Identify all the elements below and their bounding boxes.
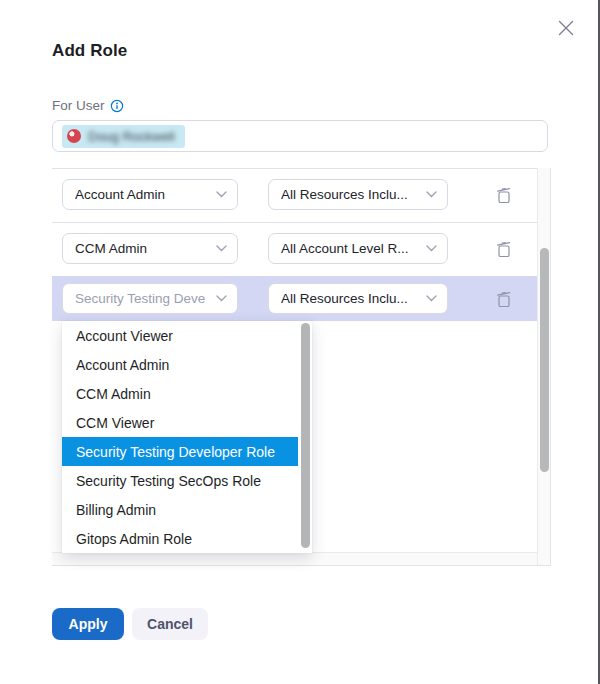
role-row-2: CCM Admin All Account Level R... [52,222,537,276]
resource-group-select-3[interactable]: All Resources Inclu... [268,283,448,314]
chevron-down-icon [426,295,437,302]
role-row-3: Security Testing Deve All Resources Incl… [52,276,537,321]
dropdown-option-account-viewer[interactable]: Account Viewer [62,321,298,350]
dropdown-option-ccm-admin[interactable]: CCM Admin [62,379,298,408]
dropdown-option-gitops-admin-role[interactable]: Gitops Admin Role [62,524,298,553]
user-field[interactable]: Doug Rockwell [52,120,548,152]
dropdown-scrollbar-thumb[interactable] [301,323,310,548]
dropdown-option-security-testing-developer-role[interactable]: Security Testing Developer Role [62,437,298,466]
dropdown-option-security-testing-secops-role[interactable]: Security Testing SecOps Role [62,466,298,495]
chevron-down-icon [426,245,437,252]
delete-row-icon[interactable] [494,185,514,205]
add-role-modal: Add Role For User Doug Rockwell Account … [0,0,600,684]
chevron-down-icon [216,191,227,198]
scrollbar-track-vertical[interactable] [537,168,551,566]
role-select-3[interactable]: Security Testing Deve [62,283,238,314]
role-select-2[interactable]: CCM Admin [62,233,238,264]
resource-group-select-1[interactable]: All Resources Inclu... [268,179,448,210]
role-dropdown-menu: Account Viewer Account Admin CCM Admin C… [62,321,312,553]
resource-group-select-2[interactable]: All Account Level R... [268,233,448,264]
dropdown-option-billing-admin[interactable]: Billing Admin [62,495,298,524]
avatar [67,129,81,143]
delete-row-icon[interactable] [494,239,514,259]
dropdown-option-ccm-viewer[interactable]: CCM Viewer [62,408,298,437]
page-title: Add Role [52,41,127,61]
for-user-label: For User [52,98,124,113]
chevron-down-icon [216,295,227,302]
cancel-button[interactable]: Cancel [132,608,208,640]
user-name: Doug Rockwell [88,129,175,144]
info-icon[interactable] [110,99,124,113]
apply-button[interactable]: Apply [52,608,124,640]
chevron-down-icon [216,245,227,252]
chevron-down-icon [426,191,437,198]
scrollbar-track-horizontal[interactable] [52,552,537,566]
role-row-1: Account Admin All Resources Inclu... [52,168,537,222]
role-select-1[interactable]: Account Admin [62,179,238,210]
delete-row-icon[interactable] [494,289,514,309]
dropdown-option-account-admin[interactable]: Account Admin [62,350,298,379]
selected-user-chip[interactable]: Doug Rockwell [62,125,185,148]
close-icon[interactable] [556,18,576,38]
scrollbar-thumb-vertical[interactable] [540,248,549,472]
